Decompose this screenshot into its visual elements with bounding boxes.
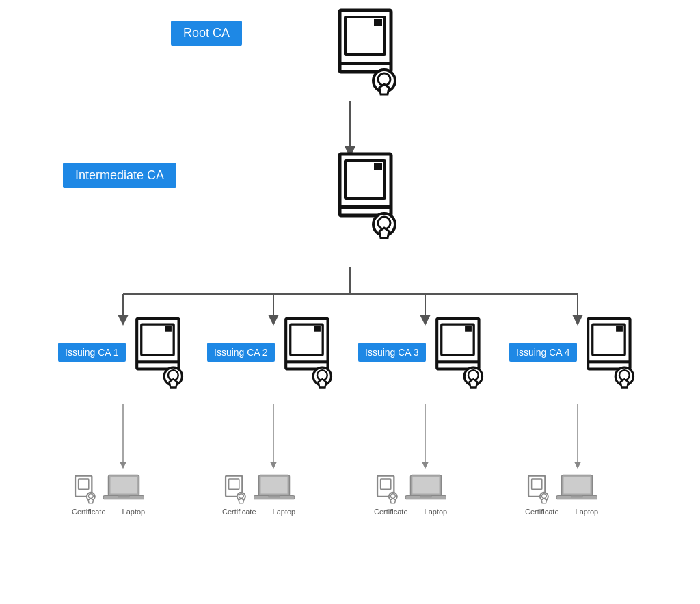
intermediate-ca-server-icon <box>333 150 408 242</box>
svg-rect-13 <box>374 19 382 26</box>
svg-rect-48 <box>616 326 623 332</box>
root-ca-label: Root CA <box>171 21 242 46</box>
issuing-ca-4-node: Issuing CA 4 <box>509 315 644 390</box>
svg-marker-45 <box>469 379 476 387</box>
svg-point-65 <box>239 494 243 499</box>
svg-marker-75 <box>390 499 396 503</box>
svg-rect-79 <box>420 496 432 498</box>
svg-marker-17 <box>379 84 389 94</box>
root-ca-node: Root CA <box>0 7 700 99</box>
laptop-icon-2 <box>254 472 295 505</box>
cert-icon-4 <box>526 475 552 505</box>
svg-rect-61 <box>118 496 130 498</box>
svg-rect-42 <box>437 360 479 363</box>
svg-rect-72 <box>380 479 390 489</box>
cert-label-1: Certificate <box>72 508 106 516</box>
intermediate-ca-label: Intermediate CA <box>63 163 176 188</box>
cert-label-3: Certificate <box>374 508 408 516</box>
svg-marker-84 <box>541 499 547 503</box>
svg-marker-66 <box>239 499 244 503</box>
svg-rect-27 <box>165 326 172 332</box>
svg-rect-20 <box>374 163 382 170</box>
svg-rect-21 <box>340 205 391 209</box>
laptop-icon-4 <box>556 472 597 505</box>
laptop-label-2: Laptop <box>273 508 296 516</box>
issuing-ca-1-server-icon <box>131 315 193 390</box>
svg-rect-41 <box>465 326 472 332</box>
svg-rect-86 <box>563 477 590 494</box>
issuing-ca-1-node: Issuing CA 1 <box>58 315 193 390</box>
svg-point-74 <box>390 494 395 499</box>
svg-rect-68 <box>260 477 287 494</box>
cert-label-4: Certificate <box>525 508 559 516</box>
laptop-label-1: Laptop <box>122 508 146 516</box>
svg-rect-77 <box>412 477 439 494</box>
svg-rect-54 <box>78 479 88 489</box>
svg-rect-63 <box>228 479 239 489</box>
endpoint-4: Certificate Laptop <box>525 472 598 516</box>
laptop-label-3: Laptop <box>425 508 448 516</box>
issuing-ca-3-server-icon <box>431 315 493 390</box>
intermediate-ca-node: Intermediate CA <box>0 150 700 242</box>
pki-diagram: Root CA Intermediate CA <box>0 0 700 604</box>
svg-rect-70 <box>268 496 280 498</box>
svg-rect-35 <box>286 360 327 363</box>
svg-marker-24 <box>379 228 389 238</box>
svg-marker-31 <box>169 379 176 387</box>
svg-rect-81 <box>531 479 541 489</box>
svg-point-83 <box>541 494 546 499</box>
issuing-ca-2-node: Issuing CA 2 <box>207 315 342 390</box>
cert-icon-3 <box>375 475 401 505</box>
cert-icon-1 <box>73 475 99 505</box>
svg-marker-52 <box>620 379 628 387</box>
laptop-label-4: Laptop <box>576 508 599 516</box>
svg-marker-38 <box>318 379 325 387</box>
svg-rect-34 <box>314 326 321 332</box>
endpoint-1: Certificate Laptop <box>72 472 145 516</box>
svg-rect-88 <box>571 496 583 498</box>
svg-rect-14 <box>340 62 391 65</box>
laptop-icon-3 <box>405 472 446 505</box>
issuing-ca-2-server-icon <box>280 315 342 390</box>
laptop-icon-1 <box>103 472 144 505</box>
svg-rect-28 <box>137 360 178 363</box>
cert-label-2: Certificate <box>222 508 256 516</box>
svg-marker-57 <box>88 499 94 503</box>
svg-rect-59 <box>110 477 137 494</box>
issuing-ca-3-node: Issuing CA 3 <box>358 315 493 390</box>
cert-icon-2 <box>224 475 250 505</box>
endpoint-2: Certificate Laptop <box>222 472 295 516</box>
root-ca-server-icon <box>333 7 408 99</box>
endpoint-3: Certificate Laptop <box>374 472 447 516</box>
issuing-ca-4-server-icon <box>582 315 644 390</box>
svg-point-56 <box>88 494 93 499</box>
svg-rect-49 <box>588 360 630 363</box>
